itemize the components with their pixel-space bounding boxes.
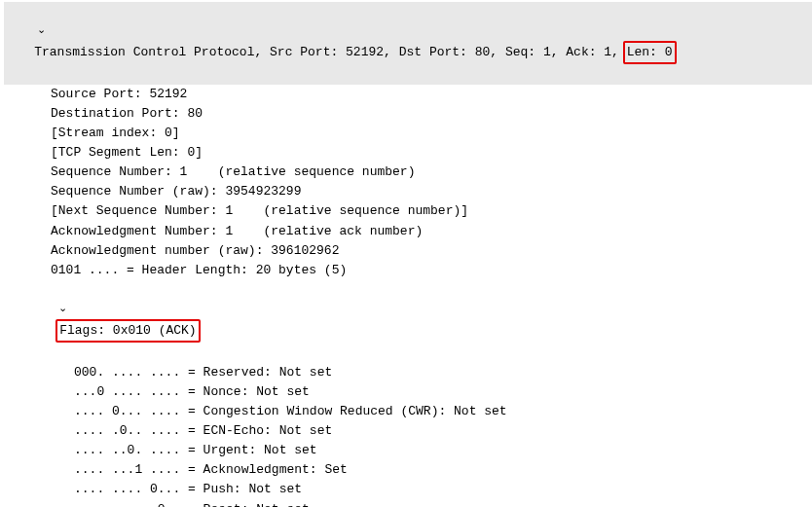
tcp-ack-relative[interactable]: Acknowledgment Number: 1 (relative ack n… xyxy=(4,222,812,241)
tcp-ack-raw[interactable]: Acknowledgment number (raw): 396102962 xyxy=(4,241,812,261)
tcp-flag-reserved[interactable]: 000. .... .... = Reserved: Not set xyxy=(4,363,812,382)
tcp-segment-len[interactable]: [TCP Segment Len: 0] xyxy=(4,143,812,163)
tcp-flag-nonce[interactable]: ...0 .... .... = Nonce: Not set xyxy=(4,382,812,402)
tcp-flag-ecn[interactable]: .... .0.. .... = ECN-Echo: Not set xyxy=(4,421,812,441)
tcp-flag-urg[interactable]: .... ..0. .... = Urgent: Not set xyxy=(4,441,812,460)
expand-toggle-icon[interactable]: ⌄ xyxy=(55,300,69,316)
tcp-flag-cwr[interactable]: .... 0... .... = Congestion Window Reduc… xyxy=(4,402,812,421)
tcp-stream-index[interactable]: [Stream index: 0] xyxy=(4,124,812,143)
tcp-dest-port[interactable]: Destination Port: 80 xyxy=(4,104,812,124)
tcp-flags-highlight: Flags: 0x010 (ACK) xyxy=(55,319,200,343)
tcp-flags-row[interactable]: ⌄ Flags: 0x010 (ACK) xyxy=(4,280,812,363)
tcp-seq-raw[interactable]: Sequence Number (raw): 3954923299 xyxy=(4,182,812,201)
tcp-flag-ack[interactable]: .... ...1 .... = Acknowledgment: Set xyxy=(4,460,812,480)
tcp-source-port[interactable]: Source Port: 52192 xyxy=(4,85,812,104)
tcp-next-seq[interactable]: [Next Sequence Number: 1 (relative seque… xyxy=(4,201,812,221)
packet-details-pane: ⌄ Transmission Control Protocol, Src Por… xyxy=(0,0,812,507)
tcp-flag-rst[interactable]: .... .... .0.. = Reset: Not set xyxy=(4,500,812,507)
tcp-seq-relative[interactable]: Sequence Number: 1 (relative sequence nu… xyxy=(4,163,812,182)
tcp-summary-prefix: Transmission Control Protocol, Src Port:… xyxy=(34,45,627,59)
tcp-header-length[interactable]: 0101 .... = Header Length: 20 bytes (5) xyxy=(4,261,812,280)
tcp-flag-psh[interactable]: .... .... 0... = Push: Not set xyxy=(4,480,812,499)
tcp-len-highlight: Len: 0 xyxy=(623,41,677,64)
tcp-summary-row[interactable]: ⌄ Transmission Control Protocol, Src Por… xyxy=(4,2,812,85)
expand-toggle-icon[interactable]: ⌄ xyxy=(34,21,48,38)
